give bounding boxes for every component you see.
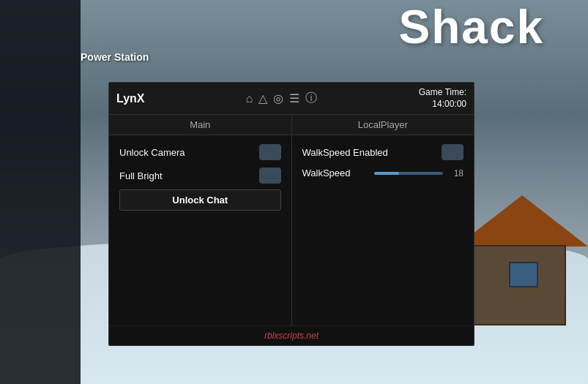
game-time: Game Time: 14:00:00 <box>419 87 466 110</box>
footer-text: rblxscripts.net <box>264 331 319 341</box>
shack-window <box>509 262 538 287</box>
walkspeed-row: WalkSpeed 18 <box>298 165 469 181</box>
unlock-camera-toggle[interactable] <box>259 144 281 160</box>
main-panel: Unlock Camera Full Bright Unlock Chat <box>109 135 291 325</box>
title-bar-left: LynX <box>116 92 145 105</box>
full-bright-toggle[interactable] <box>259 167 281 184</box>
unlock-chat-button[interactable]: Unlock Chat <box>119 189 281 211</box>
walkspeed-enabled-label: WalkSpeed Enabled <box>302 147 388 158</box>
footer: rblxscripts.net <box>109 325 474 345</box>
walkspeed-label: WalkSpeed <box>302 167 368 178</box>
title-icons: ⌂ △ ◎ ☰ ⓘ <box>246 91 318 106</box>
list-icon[interactable]: ☰ <box>289 91 299 105</box>
walkspeed-value: 18 <box>449 168 464 178</box>
tab-main[interactable]: Main <box>109 115 291 135</box>
shack <box>456 179 588 325</box>
gui-title: LynX <box>116 92 145 105</box>
title-bar: LynX ⌂ △ ◎ ☰ ⓘ Game Time: 14:00:00 <box>109 83 474 115</box>
walkspeed-slider[interactable] <box>374 172 444 175</box>
content-area: Unlock Camera Full Bright Unlock Chat Wa… <box>109 135 474 325</box>
walkspeed-enabled-toggle[interactable] <box>442 144 464 160</box>
shack-body <box>471 245 566 325</box>
home-icon[interactable]: ⌂ <box>246 92 253 105</box>
local-player-panel: WalkSpeed Enabled WalkSpeed 18 <box>291 135 475 325</box>
pillar-left <box>0 0 81 384</box>
unlock-camera-label: Unlock Camera <box>119 147 185 158</box>
gui-panel: LynX ⌂ △ ◎ ☰ ⓘ Game Time: 14:00:00 Main … <box>108 82 475 346</box>
walkspeed-enabled-row: WalkSpeed Enabled <box>298 141 469 163</box>
location-label: Power Station <box>81 51 149 63</box>
eye-icon[interactable]: ◎ <box>273 91 283 105</box>
tab-local-player[interactable]: LocalPlayer <box>291 115 475 135</box>
info-icon[interactable]: ⓘ <box>305 91 317 106</box>
game-title: Shack <box>398 0 544 54</box>
walkspeed-slider-fill <box>374 172 399 175</box>
warning-icon[interactable]: △ <box>258 91 267 105</box>
tab-bar: Main LocalPlayer <box>109 115 474 135</box>
full-bright-row: Full Bright <box>115 165 286 187</box>
unlock-camera-row: Unlock Camera <box>115 141 286 163</box>
game-time-label: Game Time: <box>419 87 466 97</box>
game-time-value: 14:00:00 <box>432 99 466 109</box>
full-bright-label: Full Bright <box>119 170 163 181</box>
shack-roof <box>456 195 588 246</box>
